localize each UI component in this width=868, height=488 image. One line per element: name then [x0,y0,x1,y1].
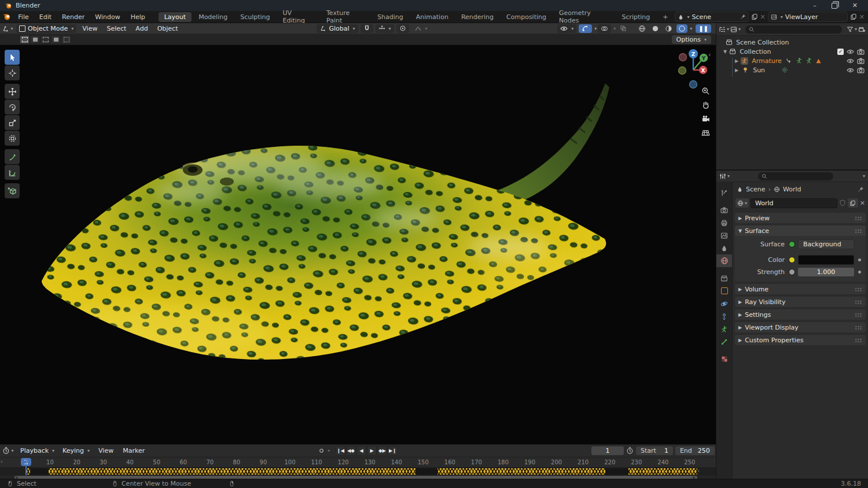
outliner-row-collection[interactable]: ▼ Collection ✓ [716,47,868,56]
menu-viewport-select[interactable]: Select [102,25,131,32]
current-frame-field[interactable]: 1 [591,446,624,455]
tool-select-box[interactable] [5,50,20,65]
tab-world-properties[interactable] [716,254,732,267]
shading-rendered-button[interactable] [676,24,687,33]
play-reverse-button[interactable]: ◀ [356,446,366,456]
hide-viewport-eye-icon[interactable] [847,48,854,56]
disable-render-camera-icon[interactable] [857,57,865,65]
panel-drag-grip[interactable] [855,338,862,342]
background-color-swatch[interactable] [798,255,854,265]
tab-physics-properties[interactable] [716,297,732,310]
tool-annotate[interactable] [5,149,20,164]
tab-output-properties[interactable] [716,216,732,229]
panel-drag-grip[interactable] [855,216,862,220]
auto-keying-record-button[interactable] [317,446,326,455]
tab-texture-properties[interactable] [716,353,732,365]
menu-viewport-object[interactable]: Object [153,25,183,32]
end-frame-field[interactable]: End 250 [675,446,715,455]
tab-render-properties[interactable] [716,204,732,216]
shading-material-button[interactable] [663,24,674,33]
new-collection-button[interactable] [858,25,866,33]
menu-viewport-add[interactable]: Add [131,25,152,32]
timeline-view-menu[interactable]: View [94,447,118,454]
panel-surface[interactable]: ▼ Surface [735,225,866,236]
keying-menu[interactable]: Keying ▾ [60,446,93,455]
proportional-editing-toggle[interactable] [396,24,409,33]
hide-viewport-eye-icon[interactable] [847,57,854,65]
mode-dropdown[interactable]: Object Mode ▾ [16,24,76,33]
tool-scale[interactable] [5,115,20,130]
next-keyframe-button[interactable]: ◆▶ [377,446,387,456]
tool-rotate[interactable] [5,99,20,114]
gizmo-neg-z[interactable] [690,81,697,88]
tab-layout[interactable]: Layout [159,12,192,22]
strength-slider[interactable]: 1.000 [798,268,854,276]
select-mode-set-button[interactable] [20,35,30,44]
maximize-button[interactable] [832,3,837,9]
unlink-world-button[interactable]: ✕ [860,199,865,207]
animate-strength-dot[interactable] [858,271,861,273]
pin-icon[interactable] [858,186,864,193]
outliner-filter-mode[interactable]: ▾ [730,26,741,33]
outliner-row-scene-collection[interactable]: Scene Collection [716,38,868,47]
snap-target-dropdown[interactable]: ▾ [376,24,394,33]
outliner-search-input[interactable] [745,25,842,34]
view-layer-selector[interactable]: ▾ ViewLayer [768,12,848,22]
close-button[interactable]: ✕ [852,2,858,9]
tab-scene-properties[interactable] [716,242,732,254]
object-visibility-dropdown[interactable]: ▾ [557,24,576,33]
armature-expand-arrow[interactable]: ▶ [735,58,738,64]
menu-help[interactable]: Help [126,13,150,21]
tab-object-properties[interactable] [716,284,732,297]
tool-cursor[interactable] [5,65,20,80]
timeline-editor-type[interactable]: ▾ [0,447,16,454]
ortho-grid-icon[interactable] [701,128,710,137]
menu-file[interactable]: File [13,13,34,21]
jump-to-end-button[interactable]: ▶❙ [388,446,398,456]
tab-constraints-properties[interactable] [716,310,732,323]
panel-drag-grip[interactable] [855,313,862,317]
shading-wireframe-button[interactable] [637,24,648,33]
show-overlays-toggle[interactable] [598,24,611,33]
menu-edit[interactable]: Edit [34,13,57,21]
panel-volume[interactable]: ▶ Volume [735,284,866,294]
collection-expand-arrow[interactable]: ▼ [723,49,727,54]
viewport-canvas[interactable]: Z Y X ‹ [0,45,716,444]
properties-options-dropdown[interactable]: ▾ [863,173,865,179]
snap-toggle[interactable] [361,24,373,33]
shading-dropdown[interactable]: ▾ [690,26,692,31]
proportional-falloff-dropdown[interactable]: ▾ [411,24,431,33]
pause-preview-button[interactable]: ❚❚ [696,24,711,33]
panel-preview[interactable]: ▶ Preview [735,213,866,223]
outliner-filter-button[interactable]: ▾ [847,26,857,33]
disable-render-camera-icon[interactable] [857,66,865,74]
tool-transform[interactable] [5,131,20,146]
camera-view-icon[interactable] [701,114,710,123]
scene-selector[interactable]: ▾ Scene [675,12,749,22]
keyframe-band[interactable] [26,468,697,475]
show-gizmo-toggle[interactable] [579,24,592,33]
tab-view-layer-properties[interactable] [716,229,732,242]
start-frame-field[interactable]: Start 1 [636,446,673,455]
sun-expand-arrow[interactable]: ▶ [735,68,738,73]
panel-drag-grip[interactable] [855,229,862,233]
playback-menu[interactable]: Playback ▾ [17,446,57,455]
select-mode-invert-button[interactable] [51,35,61,44]
jump-to-start-button[interactable]: ❙◀ [336,446,345,456]
breadcrumb-world[interactable]: World [783,186,801,193]
select-mode-extend-button[interactable] [30,35,40,44]
timeline-right-collapse[interactable]: ‹ [697,468,700,474]
remove-view-layer-icon[interactable]: ✕ [859,13,865,21]
outliner-row-sun[interactable]: ▶ Sun [716,65,868,75]
tab-rendering[interactable]: Rendering [455,12,499,22]
unlink-scene-icon[interactable]: ✕ [760,13,766,21]
tab-shading[interactable]: Shading [372,12,409,22]
disable-render-camera-icon[interactable] [857,48,865,56]
hide-viewport-eye-icon[interactable] [847,66,854,74]
browse-world-button[interactable]: ▾ [735,198,749,208]
prev-keyframe-button[interactable]: ◀◆ [346,446,356,456]
overlays-dropdown[interactable]: ▾ [613,26,616,31]
editor-type-selector[interactable]: ▾ [0,25,15,32]
tab-collection-properties[interactable] [716,272,732,284]
surface-shader-dropdown[interactable]: Background [798,239,854,249]
